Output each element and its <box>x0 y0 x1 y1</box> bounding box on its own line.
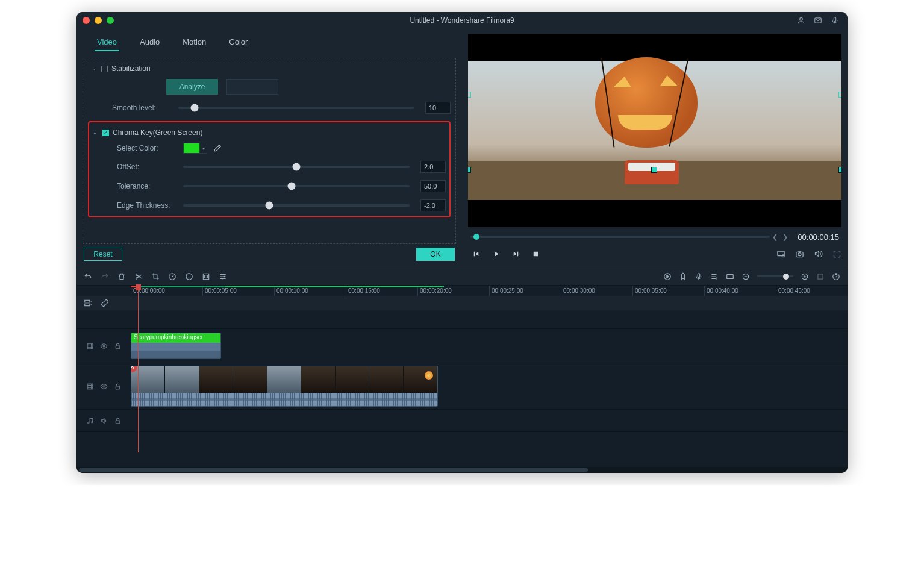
svg-rect-3 <box>534 251 538 256</box>
chevron-down-icon[interactable]: ⌄ <box>92 66 98 72</box>
svg-rect-31 <box>116 420 120 423</box>
properties-panel: Video Audio Motion Color ⌄ Stabilization… <box>76 29 462 267</box>
next-marker-icon[interactable]: ❯ <box>782 233 788 241</box>
color-icon[interactable] <box>185 272 193 281</box>
track-manage-bar <box>76 296 848 310</box>
tolerance-value[interactable]: 50.0 <box>420 180 446 192</box>
chevron-down-icon[interactable]: ⌄ <box>93 130 99 136</box>
resize-handle[interactable] <box>468 92 471 98</box>
visibility-icon[interactable] <box>100 383 108 390</box>
tab-motion[interactable]: Motion <box>180 34 208 51</box>
tolerance-slider[interactable] <box>183 185 410 187</box>
titlebar: Untitled - Wondershare Filmora9 <box>76 12 848 29</box>
clip-main-video[interactable]: ✕ <box>131 366 438 407</box>
svg-point-30 <box>91 421 92 422</box>
resize-handle[interactable] <box>651 167 657 173</box>
tab-color[interactable]: Color <box>226 34 250 51</box>
zoom-in-icon[interactable] <box>801 272 809 281</box>
snapshot-icon[interactable] <box>795 249 804 258</box>
account-icon[interactable] <box>797 16 805 25</box>
volume-icon[interactable] <box>814 249 823 258</box>
audio-track <box>76 410 848 431</box>
lock-icon[interactable] <box>114 417 122 425</box>
preview-scrubber[interactable] <box>470 236 770 238</box>
horizontal-scrollbar[interactable] <box>76 467 848 473</box>
preview-viewport[interactable] <box>468 34 841 227</box>
analyze-secondary-button[interactable] <box>226 79 278 95</box>
tab-audio[interactable]: Audio <box>137 34 162 51</box>
smooth-level-slider[interactable] <box>178 107 414 109</box>
lock-icon[interactable] <box>114 342 122 350</box>
stabilization-label: Stabilization <box>111 64 151 73</box>
offset-slider[interactable] <box>183 166 410 168</box>
green-screen-icon[interactable] <box>202 272 210 281</box>
speed-icon[interactable] <box>168 272 176 281</box>
edge-thickness-value[interactable]: -2.0 <box>420 199 446 211</box>
preview-timecode: 00:00:00:15 <box>798 233 839 242</box>
display-settings-icon[interactable] <box>776 249 785 258</box>
adjust-icon[interactable] <box>219 272 227 281</box>
manage-tracks-icon[interactable] <box>84 299 92 307</box>
step-forward-icon[interactable] <box>511 249 520 258</box>
app-window: Untitled - Wondershare Filmora9 Video Au… <box>76 12 848 473</box>
lock-icon[interactable] <box>114 383 122 390</box>
fullscreen-icon[interactable] <box>832 249 841 258</box>
prev-marker-icon[interactable]: ❮ <box>772 233 778 241</box>
link-icon[interactable] <box>101 299 109 307</box>
zoom-slider[interactable] <box>757 275 793 277</box>
visibility-icon[interactable] <box>100 342 108 350</box>
stop-icon[interactable] <box>531 249 540 258</box>
svg-point-0 <box>800 17 803 20</box>
eyedropper-icon[interactable] <box>213 144 222 152</box>
color-dropdown[interactable]: ▾ <box>200 143 207 154</box>
crop-icon[interactable] <box>151 272 160 281</box>
aspect-icon[interactable] <box>726 272 734 281</box>
split-icon[interactable] <box>134 272 143 281</box>
filmstrip-icon <box>86 383 94 390</box>
clip-pumpkin[interactable]: Scarypumpkinbreakingscr <box>131 333 221 359</box>
play-icon[interactable] <box>492 249 501 258</box>
resize-handle[interactable] <box>468 167 471 173</box>
timeline-ruler[interactable]: 00:00:00:00 00:00:05:00 00:00:10:00 00:0… <box>76 285 848 296</box>
maximize-window-button[interactable] <box>107 17 114 24</box>
analyze-button[interactable]: Analyze <box>166 79 218 95</box>
preview-panel: ❮ ❯ 00:00:00:15 <box>462 29 848 267</box>
resize-handle[interactable] <box>838 92 841 98</box>
help-icon[interactable] <box>832 272 840 281</box>
zoom-out-icon[interactable] <box>741 272 750 281</box>
undo-icon[interactable] <box>84 272 92 281</box>
ruler-tick: 00:00:40:00 <box>704 286 776 296</box>
mixer-icon[interactable] <box>710 272 719 281</box>
playhead[interactable] <box>138 286 139 452</box>
mute-icon[interactable] <box>100 417 108 425</box>
zoom-fit-icon[interactable] <box>816 272 825 281</box>
ok-button[interactable]: OK <box>416 248 455 261</box>
property-tabs: Video Audio Motion Color <box>83 34 456 54</box>
marker-icon[interactable] <box>679 272 687 281</box>
svg-rect-25 <box>116 345 120 348</box>
color-swatch[interactable] <box>183 143 200 154</box>
smooth-level-value[interactable]: 10 <box>425 102 451 114</box>
edge-thickness-slider[interactable] <box>183 204 410 207</box>
minimize-window-button[interactable] <box>95 17 102 24</box>
clip-label: Scarypumpkinbreakingscr <box>134 334 218 340</box>
render-icon[interactable] <box>663 272 672 281</box>
close-window-button[interactable] <box>83 17 90 24</box>
record-vo-icon[interactable] <box>695 272 703 281</box>
tab-video[interactable]: Video <box>95 34 119 51</box>
video-track-1: ✕ <box>76 363 848 409</box>
filmstrip-icon <box>86 342 94 350</box>
chroma-key-checkbox[interactable] <box>102 130 109 136</box>
step-back-icon[interactable] <box>472 249 481 258</box>
stabilization-header: ⌄ Stabilization <box>88 64 451 73</box>
offset-value[interactable]: 2.0 <box>420 161 446 173</box>
delete-icon[interactable] <box>117 272 126 281</box>
message-icon[interactable] <box>814 16 822 25</box>
resize-handle[interactable] <box>838 167 841 173</box>
reset-button[interactable]: Reset <box>84 248 122 261</box>
redo-icon[interactable] <box>101 272 109 281</box>
edge-thickness-label: Edge Thickness: <box>117 201 183 210</box>
mic-icon[interactable] <box>831 16 839 25</box>
stabilization-checkbox[interactable] <box>101 66 108 72</box>
ruler-tick: 00:00:25:00 <box>489 286 561 296</box>
